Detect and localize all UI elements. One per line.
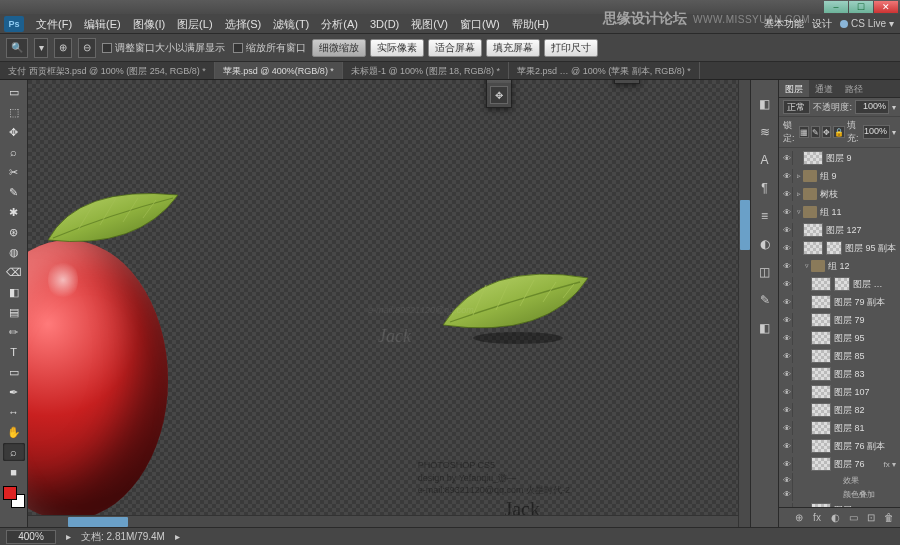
layer-name[interactable]: 图层 95 xyxy=(834,332,865,345)
layer-name[interactable]: 图层 85 xyxy=(834,350,865,363)
zoom-out-icon[interactable]: ⊖ xyxy=(78,38,96,58)
disclosure-triangle-icon[interactable]: ▿ xyxy=(803,262,811,270)
collapsed-panel-icon[interactable]: ◧ xyxy=(755,318,775,338)
layer-name[interactable]: 图层 76 xyxy=(834,458,865,471)
layer-row[interactable]: 👁图层 127 xyxy=(779,221,900,239)
layer-effect-row[interactable]: 👁颜色叠加 xyxy=(779,487,900,501)
disclosure-triangle-icon[interactable]: ▹ xyxy=(795,190,803,198)
lock-all-icon[interactable]: 🔒 xyxy=(833,126,845,138)
menu-item[interactable]: 视图(V) xyxy=(405,14,454,34)
tool-button[interactable]: ↔ xyxy=(3,403,25,421)
floating-panel-1[interactable]: ◂◂ ✕ ▭ ▥ xyxy=(614,80,640,84)
visibility-toggle[interactable]: 👁 xyxy=(781,313,793,327)
panel-footer-button[interactable]: ⊕ xyxy=(792,511,806,525)
tool-button[interactable]: ⌕ xyxy=(3,443,25,461)
tool-button[interactable]: ⌫ xyxy=(3,263,25,281)
tool-button[interactable]: ⬚ xyxy=(3,103,25,121)
menu-item[interactable]: 图层(L) xyxy=(171,14,218,34)
layer-name[interactable]: 图层 76 副本 xyxy=(834,440,885,453)
layer-row[interactable]: 👁图层 83 xyxy=(779,365,900,383)
tool-button[interactable]: ✋ xyxy=(3,423,25,441)
color-swatches[interactable] xyxy=(3,486,25,508)
tool-button[interactable]: ✥ xyxy=(3,123,25,141)
visibility-toggle[interactable]: 👁 xyxy=(781,385,793,399)
canvas-scrollbar-vertical[interactable] xyxy=(738,80,750,527)
option-button[interactable]: 适合屏幕 xyxy=(428,39,482,57)
tool-button[interactable]: ◧ xyxy=(3,283,25,301)
canvas-area[interactable]: e-mail:89321120@qq.com Jack PHOTOSHOP CS… xyxy=(28,80,750,527)
layer-name[interactable]: 图层 107 xyxy=(834,386,870,399)
menu-item[interactable]: 帮助(H) xyxy=(506,14,555,34)
layer-thumbnail[interactable] xyxy=(811,277,831,291)
visibility-toggle[interactable]: 👁 xyxy=(781,223,793,237)
visibility-toggle[interactable]: 👁 xyxy=(781,187,793,201)
layer-row[interactable]: 👁图层 81 xyxy=(779,419,900,437)
window-close-button[interactable]: ✕ xyxy=(874,1,898,13)
layer-thumbnail[interactable] xyxy=(811,403,831,417)
layer-thumbnail[interactable] xyxy=(811,439,831,453)
chevron-down-icon[interactable]: ▾ xyxy=(892,103,896,112)
collapsed-panel-icon[interactable]: ≡ xyxy=(755,206,775,226)
panel-tab[interactable]: 图层 xyxy=(779,80,809,97)
workspace-basic-button[interactable]: 基本功能 xyxy=(764,17,804,31)
visibility-toggle[interactable]: 👁 xyxy=(781,367,793,381)
window-maximize-button[interactable]: ☐ xyxy=(849,1,873,13)
layer-group-row[interactable]: 👁▹树枝 xyxy=(779,185,900,203)
layer-row[interactable]: 👁图层 107 xyxy=(779,383,900,401)
scrollbar-thumb[interactable] xyxy=(68,517,128,527)
option-button[interactable]: 细微缩放 xyxy=(312,39,366,57)
lock-position-icon[interactable]: ✥ xyxy=(822,126,831,138)
layer-row[interactable]: 👁图层 82 xyxy=(779,401,900,419)
visibility-toggle[interactable]: 👁 xyxy=(781,295,793,309)
visibility-toggle[interactable]: 👁 xyxy=(781,259,793,273)
window-minimize-button[interactable]: – xyxy=(824,1,848,13)
layer-row[interactable]: 👁图层 76fx ▾ xyxy=(779,455,900,473)
tool-button[interactable]: ◍ xyxy=(3,243,25,261)
layer-name[interactable]: 图层 9 xyxy=(826,152,852,165)
visibility-toggle[interactable]: 👁 xyxy=(781,439,793,453)
tool-button[interactable]: ✎ xyxy=(3,183,25,201)
tool-button[interactable]: ▭ xyxy=(3,363,25,381)
option-checkbox[interactable]: 调整窗口大小以满屏显示 xyxy=(102,41,225,55)
layer-thumbnail[interactable] xyxy=(803,223,823,237)
layer-list[interactable]: 👁图层 9👁▹组 9👁▹树枝👁▿组 11👁图层 127👁图层 95 副本👁▿组 … xyxy=(779,148,900,507)
document-tab[interactable]: 苹果.psd @ 400%(RGB/8) * xyxy=(215,62,343,80)
layer-name[interactable]: 图层 95 副本 xyxy=(845,242,896,255)
layer-name[interactable]: 图层 81 xyxy=(834,422,865,435)
visibility-toggle[interactable]: 👁 xyxy=(781,277,793,291)
layer-name[interactable]: 树枝 xyxy=(820,188,838,201)
option-button[interactable]: 打印尺寸 xyxy=(544,39,598,57)
visibility-toggle[interactable]: 👁 xyxy=(781,473,793,487)
menu-item[interactable]: 选择(S) xyxy=(219,14,268,34)
layer-thumbnail[interactable] xyxy=(803,241,823,255)
zoom-in-icon[interactable]: ⊕ xyxy=(54,38,72,58)
chevron-right-icon[interactable]: ▸ xyxy=(66,531,71,542)
tool-button[interactable]: ✏ xyxy=(3,323,25,341)
layer-row[interactable]: 👁图层 85 xyxy=(779,347,900,365)
tool-preset-dropdown[interactable]: ▾ xyxy=(34,38,48,58)
scrollbar-thumb[interactable] xyxy=(740,200,750,250)
document-info[interactable]: 文档: 2.81M/79.4M xyxy=(81,530,165,544)
floating-panel-2[interactable]: ◂◂ ✥ xyxy=(486,80,512,108)
visibility-toggle[interactable]: 👁 xyxy=(781,331,793,345)
layer-name[interactable]: 组 11 xyxy=(820,206,842,219)
panel-tab[interactable]: 通道 xyxy=(809,80,839,97)
layer-mask-thumbnail[interactable] xyxy=(834,277,850,291)
app-logo[interactable]: Ps xyxy=(4,16,24,32)
chevron-down-icon[interactable]: ▾ xyxy=(892,128,896,137)
panel-footer-button[interactable]: 🗑 xyxy=(882,511,896,525)
layer-name[interactable]: 组 9 xyxy=(820,170,837,183)
layer-row[interactable]: 👁图层 95 xyxy=(779,329,900,347)
layer-effect-row[interactable]: 👁效果 xyxy=(779,473,900,487)
panel-footer-button[interactable]: ⊡ xyxy=(864,511,878,525)
menu-item[interactable]: 文件(F) xyxy=(30,14,78,34)
tool-button[interactable]: ✱ xyxy=(3,203,25,221)
layer-thumbnail[interactable] xyxy=(811,313,831,327)
layer-row[interactable]: 👁图层 79 副本 xyxy=(779,293,900,311)
menu-item[interactable]: 滤镜(T) xyxy=(267,14,315,34)
layer-thumbnail[interactable] xyxy=(811,295,831,309)
panel-footer-button[interactable]: ▭ xyxy=(846,511,860,525)
visibility-toggle[interactable]: 👁 xyxy=(781,349,793,363)
collapsed-panel-icon[interactable]: A xyxy=(755,150,775,170)
menu-item[interactable]: 分析(A) xyxy=(315,14,364,34)
